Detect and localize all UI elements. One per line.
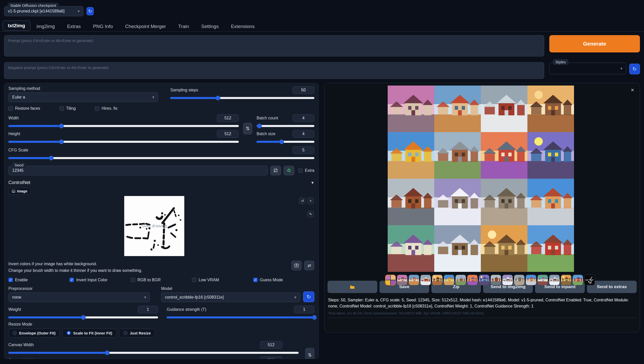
thumbnail-image-1[interactable]: [397, 275, 408, 285]
collapse-icon[interactable]: ▼: [311, 180, 314, 185]
new-canvas-button[interactable]: [291, 261, 302, 270]
checkbox[interactable]: ✓: [69, 278, 74, 282]
gallery-image-15[interactable]: [481, 225, 527, 272]
gallery-image-10[interactable]: [434, 179, 481, 225]
gallery-image-8[interactable]: [527, 132, 574, 179]
gallery-image-11[interactable]: [481, 179, 527, 225]
refresh-checkpoints-button[interactable]: ↻: [87, 7, 94, 15]
scribble-canvas[interactable]: Start drawing: [124, 196, 184, 256]
thumbnail-image-9[interactable]: [491, 275, 501, 285]
batch-size-slider[interactable]: [257, 141, 314, 143]
slider-thumb[interactable]: [81, 315, 86, 320]
seed-extra-checkbox[interactable]: Extra: [298, 168, 314, 173]
thumbnail-image-15[interactable]: [561, 275, 571, 285]
slider-thumb[interactable]: [105, 350, 109, 355]
checkbox[interactable]: ✓: [253, 278, 258, 282]
cfg-scale-slider[interactable]: [8, 157, 314, 159]
seed-input[interactable]: [8, 166, 268, 175]
canvas-height-value[interactable]: 512: [260, 356, 282, 359]
tab-png-info[interactable]: PNG Info: [87, 22, 119, 31]
checkbox[interactable]: [60, 106, 64, 111]
canvas-width-value[interactable]: 512: [260, 341, 282, 349]
sampling-steps-slider[interactable]: [170, 97, 314, 99]
gallery-image-16[interactable]: [527, 225, 574, 272]
slider-thumb[interactable]: [257, 124, 262, 129]
random-seed-dice-button[interactable]: ⚂: [270, 166, 281, 175]
tab-extensions[interactable]: Extensions: [225, 22, 261, 31]
controlnet-model-select[interactable]: control_scribble-fp16 [c508311e] ▾: [161, 292, 300, 302]
controlnet-weight-value[interactable]: 1: [138, 306, 158, 313]
radio-just-resize[interactable]: Just Resize: [119, 329, 155, 338]
negative-prompt-input[interactable]: [4, 62, 544, 79]
tab-checkpoint-merger[interactable]: Checkpoint Merger: [119, 22, 172, 31]
checkbox[interactable]: [298, 169, 303, 173]
checkbox[interactable]: ✓: [8, 278, 13, 282]
checkbox[interactable]: [8, 106, 13, 111]
batch-count-value[interactable]: 4: [292, 114, 314, 122]
slider-thumb[interactable]: [49, 156, 54, 161]
gallery-image-9[interactable]: [388, 179, 434, 225]
tab-txt2img[interactable]: txt2img: [3, 21, 31, 31]
guidance-strength-slider[interactable]: [167, 316, 314, 318]
checkbox-restore-faces[interactable]: Restore faces: [8, 106, 40, 111]
slider-thumb[interactable]: [59, 124, 64, 129]
tab-train[interactable]: Train: [172, 22, 195, 31]
thumbnail-image-11[interactable]: [514, 275, 525, 285]
checkbox-guess-mode[interactable]: ✓Guess Mode: [253, 278, 314, 282]
checkbox-hires-fix[interactable]: Hires. fix: [95, 106, 117, 111]
sampling-steps-value[interactable]: 50: [292, 86, 314, 94]
checkbox[interactable]: [95, 106, 99, 111]
gallery-image-12[interactable]: [527, 179, 574, 225]
batch-count-slider[interactable]: [257, 125, 314, 127]
cfg-scale-value[interactable]: 5: [292, 146, 314, 154]
thumbnail-image-6[interactable]: [455, 275, 466, 285]
thumbnail-image-2[interactable]: [409, 275, 419, 285]
gallery-image-5[interactable]: [388, 132, 434, 179]
gallery-image-1[interactable]: [388, 86, 434, 132]
transfer-button[interactable]: ⇄: [304, 261, 314, 270]
gallery-image-4[interactable]: [527, 86, 574, 132]
thumbnail-image-12[interactable]: [526, 275, 536, 285]
gallery-image-6[interactable]: [434, 132, 481, 179]
slider-thumb[interactable]: [215, 96, 220, 101]
thumbnail-image-13[interactable]: [537, 275, 548, 285]
thumbnail-image-3[interactable]: [420, 275, 431, 285]
reuse-seed-recycle-button[interactable]: ♻: [284, 166, 294, 175]
radio-envelope-outer-fit-[interactable]: Envelope (Outer Fit): [8, 329, 60, 338]
thumbnail-image-7[interactable]: [467, 275, 478, 285]
tab-img2img[interactable]: img2img: [31, 22, 61, 31]
thumbnail-image-16[interactable]: [572, 275, 583, 285]
checkbox-low-vram[interactable]: Low VRAM: [192, 278, 253, 282]
sampling-method-select[interactable]: Euler a ▾: [8, 92, 158, 102]
height-value[interactable]: 512: [217, 130, 239, 138]
canvas-width-slider[interactable]: [8, 352, 299, 354]
thumbnail-image-8[interactable]: [479, 275, 489, 285]
thumbnail-grid-montage[interactable]: [385, 275, 396, 285]
swap-canvas-dimensions-button[interactable]: ⇅: [305, 348, 314, 359]
checkbox-tiling[interactable]: Tiling: [60, 106, 76, 111]
gallery-image-14[interactable]: [434, 225, 481, 272]
tab-extras[interactable]: Extras: [61, 22, 87, 31]
gallery-image-2[interactable]: [434, 86, 481, 132]
checkbox[interactable]: [192, 278, 196, 282]
guidance-strength-value[interactable]: 1: [294, 306, 314, 313]
brush-button[interactable]: ✎: [307, 211, 314, 217]
refresh-controlnet-models-button[interactable]: ↻: [303, 291, 314, 302]
checkbox-invert-input-color[interactable]: ✓Invert Input Color: [69, 278, 131, 282]
slider-thumb[interactable]: [312, 315, 317, 320]
thumbnail-image-5[interactable]: [444, 275, 454, 285]
gallery-image-3[interactable]: [481, 86, 527, 132]
checkbox[interactable]: [131, 278, 135, 282]
controlnet-image-tab[interactable]: Image: [8, 188, 31, 194]
height-slider[interactable]: [8, 141, 239, 143]
width-slider[interactable]: [8, 125, 239, 127]
generate-button[interactable]: Generate: [549, 35, 640, 52]
controlnet-weight-slider[interactable]: [8, 316, 158, 318]
undo-button[interactable]: ↺: [299, 198, 306, 204]
thumbnail-scribble[interactable]: [584, 275, 595, 285]
refresh-styles-button[interactable]: ↻: [629, 64, 640, 74]
gallery-image-7[interactable]: [481, 132, 527, 179]
swap-dimensions-button[interactable]: ⇅: [243, 123, 252, 134]
width-value[interactable]: 512: [217, 114, 239, 122]
clear-canvas-button[interactable]: ×: [307, 198, 314, 204]
